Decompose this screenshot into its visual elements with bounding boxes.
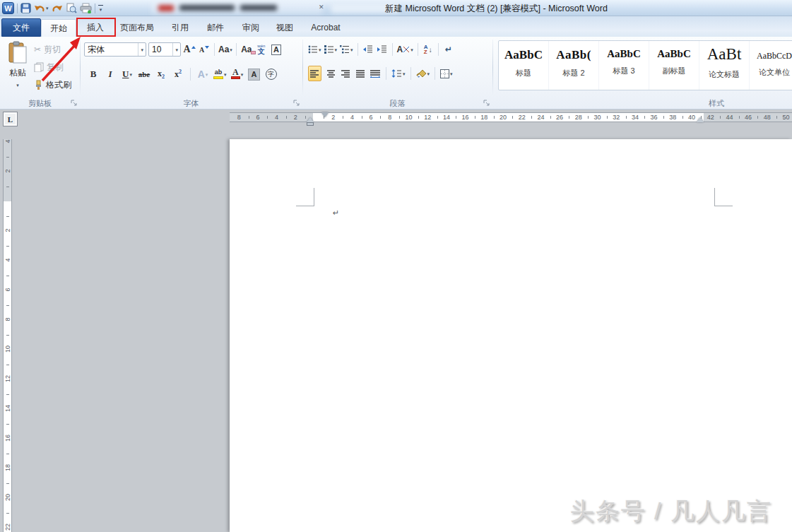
highlight-arrow[interactable]: ▾ <box>224 72 227 77</box>
undo-icon <box>34 4 45 13</box>
shrink-font-button[interactable]: A <box>198 42 211 57</box>
superscript-button[interactable]: x2 <box>172 66 184 82</box>
shading-arrow[interactable]: ▾ <box>427 71 430 76</box>
line-spacing-arrow[interactable]: ▾ <box>403 71 406 76</box>
enclose-characters-button[interactable]: 字 <box>265 66 278 82</box>
style-item-paper-affiliation[interactable]: AaBbCcD 论文单位 <box>750 41 792 90</box>
right-indent-marker[interactable] <box>697 117 704 122</box>
decrease-indent-button[interactable] <box>362 42 374 57</box>
line-spacing-button[interactable]: ▾ <box>391 66 406 81</box>
vertical-ruler[interactable]: 42246810121416182022 <box>3 139 12 532</box>
tab-review[interactable]: 审阅 <box>235 19 267 37</box>
subscript-button[interactable]: x2 <box>155 66 167 82</box>
font-size-dropdown-arrow[interactable]: ▾ <box>172 43 180 56</box>
strikethrough-button[interactable]: abe <box>138 66 150 82</box>
ruler-tick <box>6 424 9 425</box>
ruler-number: 6 <box>254 114 262 122</box>
font-dialog-launcher[interactable] <box>293 100 300 107</box>
hanging-indent-marker[interactable] <box>307 117 314 122</box>
paragraph-dialog-launcher[interactable] <box>483 100 490 107</box>
font-name-combobox[interactable]: 宋体 ▾ <box>84 42 146 57</box>
paste-button[interactable]: 粘贴 ▾ <box>4 41 31 95</box>
numbering-arrow[interactable]: ▾ <box>335 47 338 52</box>
justify-button[interactable] <box>355 66 366 81</box>
ruler-tick <box>267 116 268 119</box>
font-color-arrow[interactable]: ▾ <box>241 72 244 77</box>
first-line-indent-marker[interactable] <box>321 112 329 117</box>
clear-formatting-button[interactable]: Aa <box>240 42 253 57</box>
ruler-tick <box>6 276 9 276</box>
multilevel-list-button[interactable]: ▾ <box>340 42 353 57</box>
horizontal-ruler[interactable]: 8642246810121416182022242628303234363840… <box>230 112 792 122</box>
highlight-color-button[interactable]: ab ▾ <box>213 66 227 82</box>
ruler-tick <box>6 246 9 247</box>
tab-stop-selector[interactable]: L <box>3 112 18 126</box>
ruler-number: 8 <box>386 114 394 122</box>
ruler-number: 10 <box>4 345 11 354</box>
paste-dropdown-arrow[interactable]: ▾ <box>16 83 19 88</box>
sort-button[interactable]: AZ ↓ <box>422 42 434 57</box>
borders-button[interactable]: ▾ <box>440 66 453 81</box>
underline-arrow[interactable]: ▾ <box>129 72 132 77</box>
tab-references[interactable]: 引用 <box>164 19 196 37</box>
tab-view[interactable]: 视图 <box>268 19 301 37</box>
redo-button[interactable] <box>52 2 63 15</box>
clipboard-dialog-launcher[interactable] <box>71 100 78 107</box>
left-indent-marker[interactable] <box>307 122 314 126</box>
style-item-heading3[interactable]: AaBbC 标题 3 <box>599 41 649 90</box>
phonetic-guide-button[interactable]: wén 文 <box>255 42 268 57</box>
tab-mailings[interactable]: 邮件 <box>199 19 232 37</box>
shrink-font-letter: A <box>199 46 204 54</box>
grow-font-button[interactable]: A <box>183 42 196 57</box>
ruler-tick <box>531 116 532 119</box>
shading-button[interactable]: ▾ <box>416 66 430 81</box>
tab-acrobat[interactable]: Acrobat <box>302 19 350 37</box>
qat-customize-button[interactable]: ▾ <box>98 5 103 12</box>
tab-page-layout[interactable]: 页面布局 <box>114 19 160 37</box>
numbering-button[interactable]: ▾ <box>324 42 338 57</box>
font-size-combobox[interactable]: 10 ▾ <box>148 42 181 57</box>
multilevel-list-icon <box>340 45 350 54</box>
print-preview-button[interactable] <box>66 2 77 15</box>
undo-button[interactable]: ▾ <box>34 2 49 15</box>
asian-layout-arrow[interactable]: ▾ <box>410 47 413 52</box>
show-hide-marks-button[interactable]: ↵ <box>443 42 454 57</box>
change-case-button[interactable]: Aa ▾ <box>218 42 232 57</box>
distribute-button[interactable] <box>370 66 381 81</box>
font-row-2: B I U ▾ abe x2 x2 A ▾ ab ▾ A <box>87 66 278 82</box>
character-border-button[interactable]: A <box>270 42 283 57</box>
align-left-button[interactable] <box>308 66 321 81</box>
increase-indent-button[interactable] <box>377 42 388 57</box>
save-button[interactable] <box>20 2 31 15</box>
ruler-tick <box>494 116 495 119</box>
style-item-heading2[interactable]: AaBb( 标题 2 <box>549 41 599 90</box>
italic-button[interactable]: I <box>104 66 117 82</box>
font-color-button[interactable]: A ▾ <box>231 66 244 82</box>
style-item-subtitle[interactable]: AaBbC 副标题 <box>649 41 699 90</box>
bullets-icon <box>308 45 318 54</box>
superscript-icon: x2 <box>175 69 182 80</box>
undo-dropdown-arrow[interactable]: ▾ <box>46 6 49 11</box>
ruler-tick <box>701 116 702 119</box>
align-center-button[interactable] <box>325 66 336 81</box>
borders-arrow[interactable]: ▾ <box>450 71 453 76</box>
ruler-tick <box>362 116 362 119</box>
word-logo-icon[interactable]: W <box>2 2 14 14</box>
bullets-arrow[interactable]: ▾ <box>319 47 321 52</box>
line-spacing-icon <box>391 69 402 78</box>
ruler-tick <box>456 116 456 119</box>
text-effects-button[interactable]: A ▾ <box>196 66 209 82</box>
font-name-dropdown-arrow[interactable]: ▾ <box>138 43 146 56</box>
style-item-paper-title[interactable]: AaBt 论文标题 <box>699 41 750 90</box>
style-item-heading1[interactable]: AaBbC 标题 <box>499 41 549 90</box>
small-close-icon[interactable]: ✕ <box>319 4 324 11</box>
document-page[interactable]: ↵ 头条号 / 凡人凡言 <box>230 139 792 532</box>
bullets-button[interactable]: ▾ <box>308 42 321 57</box>
align-right-button[interactable] <box>340 66 351 81</box>
asian-layout-button[interactable]: A ▾ <box>397 42 413 57</box>
multilevel-list-arrow[interactable]: ▾ <box>350 47 353 52</box>
ruler-number: 2 <box>4 226 11 235</box>
character-shading-button[interactable]: A <box>248 66 261 82</box>
underline-button[interactable]: U ▾ <box>121 66 134 82</box>
print-button[interactable] <box>80 2 92 15</box>
